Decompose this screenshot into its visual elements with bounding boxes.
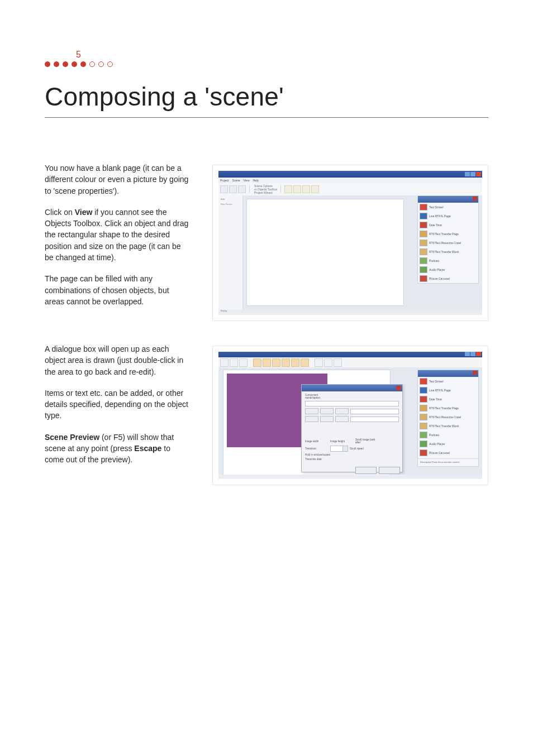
- paragraph: A dialogue box will open up as each obje…: [45, 343, 190, 377]
- paragraph: Scene Preview (or F5) will show that sce…: [45, 432, 190, 466]
- progress-dot-empty: [89, 61, 95, 67]
- screenshot-1: Project Scene View Help Scene Optionsor …: [212, 165, 488, 321]
- side-panel: Add New Scene: [218, 195, 243, 309]
- title-rule: [45, 117, 488, 118]
- toolbar-button: [230, 358, 238, 367]
- content-row-2: A dialogue box will open up as each obje…: [45, 343, 488, 485]
- caption-button: [305, 408, 318, 414]
- toolbar-separator: [249, 185, 250, 193]
- object-properties-dialog: Component name/caption:: [301, 384, 403, 472]
- object-type-label: Audio Player: [429, 268, 445, 271]
- toolbox-titlebar: [418, 370, 478, 377]
- progress-dot: [72, 61, 77, 67]
- checkbox-label: Hold in window/looped: [305, 453, 330, 456]
- bold-view: View: [75, 208, 93, 217]
- object-type-label: Audio Player: [429, 442, 445, 446]
- toolbar-button: [238, 185, 246, 193]
- toolbox-item: Live RTF/IL Page: [418, 212, 478, 221]
- object-type-label: RTF/Text Resource Crawl: [429, 415, 461, 419]
- paragraph: Items or text etc. can be added, or othe…: [45, 387, 190, 422]
- close-icon: [476, 172, 481, 176]
- progress-dot-empty: [107, 61, 113, 67]
- cancel-button: [379, 467, 400, 474]
- minimize-icon: [465, 172, 470, 176]
- object-type-label: RTF/Text Transfer Block: [429, 250, 459, 253]
- object-type-icon: [420, 275, 427, 282]
- text-column-2: A dialogue box will open up as each obje…: [45, 343, 190, 485]
- field-label: Component name/caption:: [305, 394, 329, 399]
- close-icon: [473, 197, 477, 200]
- window-titlebar: [218, 171, 482, 178]
- progress-dot: [80, 61, 86, 67]
- object-type-label: RTF/Text Transfer Page: [429, 232, 459, 236]
- object-type-label: Podcast: [429, 433, 439, 437]
- bold-scene-preview: Scene Preview: [45, 433, 99, 442]
- figure-column-2: Component name/caption:: [212, 343, 488, 485]
- app-body: Add New Scene Text ScrawlLive RTF/IL Pag…: [218, 195, 482, 309]
- close-icon: [473, 371, 477, 375]
- toolbox-item: RTF/Text Transfer Page: [418, 229, 478, 238]
- toolbar-button: [291, 358, 299, 367]
- path-input: [350, 409, 399, 414]
- object-type-icon: [420, 414, 427, 420]
- toolbox-item: Picture Carousel: [418, 448, 478, 457]
- window-titlebar: [218, 352, 482, 357]
- ok-button: [355, 467, 377, 474]
- progress-dot-empty: [98, 61, 104, 67]
- progress-indicator: 5: [45, 50, 488, 67]
- minimize-icon: [465, 352, 470, 356]
- toolbar: Scene Optionsor Objects ToolboxProject W…: [218, 183, 482, 196]
- object-type-icon: [420, 405, 427, 412]
- object-type-icon: [420, 248, 427, 255]
- toolbar-button: [315, 358, 323, 367]
- toolbar-button: [334, 358, 342, 367]
- object-type-label: Text Scrawl: [429, 205, 444, 209]
- toolbar-button: [311, 185, 319, 193]
- toolbar-button: [220, 358, 229, 367]
- toolbox-item: RTF/Text Transfer Page: [418, 404, 478, 413]
- object-type-icon: [420, 449, 427, 456]
- field-label: Scroll speed: [350, 447, 364, 450]
- toolbar-button: [263, 358, 271, 367]
- progress-dot: [54, 61, 59, 67]
- progress-number: 5: [76, 50, 488, 59]
- toolbar-button: [301, 358, 309, 367]
- object-type-icon: [420, 231, 427, 237]
- object-type-label: Date Time: [429, 223, 442, 227]
- maximize-icon: [470, 172, 475, 176]
- object-type-icon: [420, 204, 427, 210]
- toolbox-item: RTF/Text Transfer Block: [418, 422, 478, 430]
- object-type-icon: [420, 387, 427, 394]
- paragraph: Click on View if you cannot see the Obje…: [45, 207, 190, 263]
- toolbox-item: Podcast: [418, 430, 478, 439]
- object-type-icon: [420, 266, 427, 273]
- object-type-label: Picture Carousel: [429, 277, 450, 280]
- text-input: [305, 401, 399, 406]
- menu-item: Help: [253, 179, 259, 182]
- menu-item: Project: [220, 179, 229, 182]
- stretch-button: [335, 408, 349, 414]
- option-button: [305, 416, 318, 422]
- toolbox-item: RTF/Text Resource Crawl: [418, 413, 478, 422]
- text-span: Click on: [45, 208, 75, 217]
- spinner-arrows-icon: [342, 446, 348, 451]
- menu-bar: Project Scene View Help: [218, 178, 482, 183]
- toolbox-item: Podcast: [418, 256, 478, 265]
- toolbox-item: RTF/Text Transfer Block: [418, 247, 478, 256]
- page-title: Composing a 'scene': [45, 82, 488, 112]
- object-type-icon: [420, 222, 427, 228]
- checkbox-label: Transmits data: [305, 458, 322, 461]
- object-type-icon: [420, 378, 427, 385]
- toolbar: [218, 357, 482, 367]
- object-type-label: Live RTF/IL Page: [429, 389, 451, 392]
- app-body: Component name/caption:: [218, 367, 482, 475]
- dialog-titlebar: [302, 385, 402, 391]
- option-button: [335, 416, 349, 422]
- toolbox-titlebar: [418, 196, 478, 203]
- field-label: Scroll image back after:: [355, 438, 379, 444]
- object-type-label: Live RTF/IL Page: [429, 214, 451, 218]
- app-window: Project Scene View Help Scene Optionsor …: [218, 171, 482, 315]
- objects-toolbox: Text ScrawlLive RTF/IL PageDate TimeRTF/…: [417, 370, 479, 467]
- toolbar-separator: [280, 185, 281, 193]
- close-icon: [476, 352, 481, 356]
